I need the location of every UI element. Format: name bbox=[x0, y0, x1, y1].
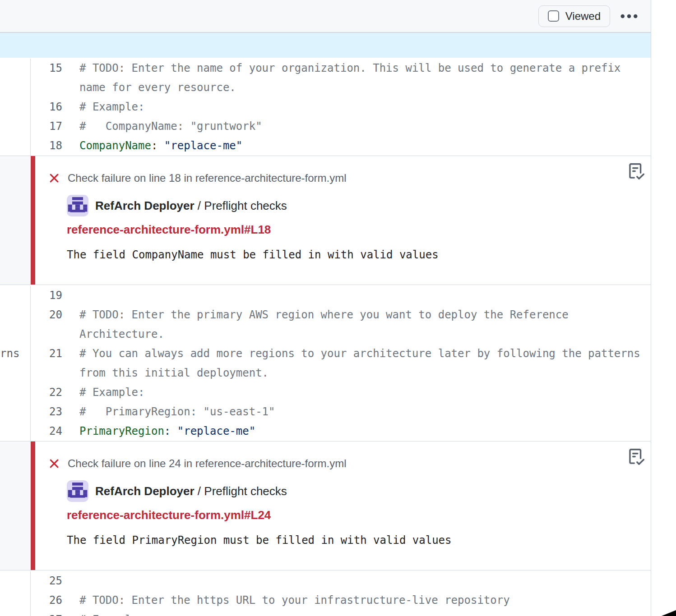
annotation-title: Check failure on line 24 in reference-ar… bbox=[68, 457, 347, 470]
annotation-left-gutter bbox=[0, 441, 31, 570]
code-line-text bbox=[62, 286, 651, 305]
code-line-text: PrimaryRegion: "replace-me" bbox=[62, 422, 651, 441]
file-diff-card: Viewed 15# TODO: Enter the name of your … bbox=[0, 0, 651, 616]
code-line-row: 19 bbox=[0, 286, 651, 305]
diff-left-gutter: rns bbox=[0, 344, 31, 383]
code-line-text: # PrimaryRegion: "us-east-1" bbox=[62, 402, 651, 422]
diff-left-gutter bbox=[0, 383, 31, 402]
code-line-row: 22# Example: bbox=[0, 383, 651, 402]
annotation-header: Check failure on line 18 in reference-ar… bbox=[48, 171, 624, 185]
diff-left-gutter bbox=[0, 59, 31, 97]
file-options-kebab-button[interactable] bbox=[619, 6, 639, 26]
diff-left-gutter bbox=[0, 305, 31, 344]
line-number[interactable]: 16 bbox=[31, 97, 62, 117]
refarch-deployer-avatar bbox=[67, 195, 88, 216]
code-line-text: CompanyName: "replace-me" bbox=[62, 136, 651, 156]
code-line-row: 18CompanyName: "replace-me" bbox=[0, 136, 651, 156]
annotation-app-row: RefArch Deployer / Preflight checks bbox=[67, 195, 624, 216]
code-segment-punct: : bbox=[164, 425, 171, 437]
line-number[interactable]: 20 bbox=[31, 305, 62, 344]
diff-left-gutter bbox=[0, 136, 31, 156]
line-number[interactable]: 17 bbox=[31, 117, 62, 136]
kebab-horizontal-icon bbox=[620, 14, 638, 19]
code-line-text: # You can always add more regions to you… bbox=[62, 344, 651, 383]
code-line-text: # TODO: Enter the https URL to your infr… bbox=[62, 591, 651, 610]
code-hunk: 15# TODO: Enter the name of your organiz… bbox=[0, 58, 651, 156]
viewed-label: Viewed bbox=[565, 10, 601, 23]
x-icon bbox=[48, 172, 60, 184]
diff-file-header: Viewed bbox=[0, 0, 651, 33]
diff-left-gutter bbox=[0, 286, 31, 305]
annotation-left-gutter bbox=[0, 156, 31, 285]
pr-files-changed-view: Viewed 15# TODO: Enter the name of your … bbox=[0, 0, 676, 616]
code-segment-string: "replace-me" bbox=[171, 425, 255, 437]
code-line-text bbox=[62, 571, 651, 591]
code-segment-comment: # TODO: Enter the https URL to your infr… bbox=[79, 594, 510, 607]
annotation-file-line-link[interactable]: reference-architecture-form.yml#L24 bbox=[67, 508, 271, 522]
code-segment-comment: # Example: bbox=[79, 101, 145, 113]
annotation-file-line-link[interactable]: reference-architecture-form.yml#L18 bbox=[67, 223, 271, 236]
code-segment-string: "replace-me" bbox=[157, 139, 242, 152]
code-hunk: 1920# TODO: Enter the primary AWS region… bbox=[0, 285, 651, 441]
code-segment-comment: # TODO: Enter the name of your organizat… bbox=[79, 62, 620, 94]
annotation-action-button[interactable] bbox=[628, 163, 644, 179]
code-hunk: 2526# TODO: Enter the https URL to your … bbox=[0, 570, 651, 616]
app-name-and-check: RefArch Deployer / Preflight checks bbox=[95, 484, 287, 498]
status-icon-wrap bbox=[48, 172, 60, 184]
code-line-row: 25 bbox=[0, 571, 651, 591]
line-number[interactable]: 27 bbox=[31, 610, 62, 616]
diff-left-gutter bbox=[0, 591, 31, 610]
diff-left-gutter bbox=[0, 610, 31, 616]
annotation-message: The field PrimaryRegion must be filled i… bbox=[67, 533, 624, 547]
line-number[interactable]: 22 bbox=[31, 383, 62, 402]
code-segment-key: CompanyName bbox=[79, 139, 151, 152]
code-segment-key: PrimaryRegion bbox=[79, 425, 164, 437]
code-line-text: # TODO: Enter the name of your organizat… bbox=[62, 59, 651, 97]
diff-left-gutter bbox=[0, 97, 31, 117]
line-number[interactable]: 24 bbox=[31, 422, 62, 441]
code-line-text: # CompanyName: "gruntwork" bbox=[62, 117, 651, 136]
code-line-row: 17# CompanyName: "gruntwork" bbox=[0, 117, 651, 136]
code-line-text: # Example: bbox=[62, 610, 651, 616]
code-line-row: 20# TODO: Enter the primary AWS region w… bbox=[0, 305, 651, 344]
check-annotation-row: Check failure on line 18 in reference-ar… bbox=[0, 156, 651, 285]
diff-body: 15# TODO: Enter the name of your organiz… bbox=[0, 58, 651, 616]
line-number[interactable]: 25 bbox=[31, 571, 62, 591]
check-annotation-box: Check failure on line 18 in reference-ar… bbox=[31, 156, 651, 285]
code-segment-comment: # PrimaryRegion: "us-east-1" bbox=[79, 405, 275, 418]
check-context: / Preflight checks bbox=[194, 199, 287, 212]
check-annotation-box: Check failure on line 24 in reference-ar… bbox=[31, 441, 651, 570]
diff-left-gutter bbox=[0, 117, 31, 136]
line-number[interactable]: 23 bbox=[31, 402, 62, 422]
line-number[interactable]: 21 bbox=[31, 344, 62, 383]
diff-left-gutter bbox=[0, 571, 31, 591]
code-line-row: 26# TODO: Enter the https URL to your in… bbox=[0, 591, 651, 610]
app-avatar bbox=[67, 480, 88, 502]
code-segment-comment: # TODO: Enter the primary AWS region whe… bbox=[79, 308, 569, 340]
viewed-checkbox[interactable] bbox=[548, 10, 559, 22]
line-number[interactable]: 18 bbox=[31, 136, 62, 156]
check-annotation-row: Check failure on line 24 in reference-ar… bbox=[0, 441, 651, 570]
code-line-text: # Example: bbox=[62, 97, 651, 117]
annotation-message: The field CompanyName must be filled in … bbox=[67, 248, 624, 262]
code-segment-punct: : bbox=[151, 139, 157, 152]
annotation-app-row: RefArch Deployer / Preflight checks bbox=[67, 480, 624, 502]
app-avatar bbox=[67, 195, 88, 216]
annotation-action-button[interactable] bbox=[628, 449, 644, 465]
check-context: / Preflight checks bbox=[194, 484, 287, 498]
checklist-icon bbox=[628, 163, 644, 179]
line-number[interactable]: 26 bbox=[31, 591, 62, 610]
viewed-toggle-button[interactable]: Viewed bbox=[538, 5, 610, 27]
code-line-row: 16# Example: bbox=[0, 97, 651, 117]
code-line-row: 27# Example: bbox=[0, 610, 651, 616]
annotation-title: Check failure on line 18 in reference-ar… bbox=[68, 171, 347, 185]
annotation-header: Check failure on line 24 in reference-ar… bbox=[48, 457, 624, 470]
code-segment-comment: # CompanyName: "gruntwork" bbox=[79, 120, 262, 133]
left-pane-overflow-text: rns bbox=[0, 344, 19, 363]
code-line-row: 23# PrimaryRegion: "us-east-1" bbox=[0, 402, 651, 422]
line-number[interactable]: 19 bbox=[31, 286, 62, 305]
line-number[interactable]: 15 bbox=[31, 59, 62, 97]
app-name-and-check: RefArch Deployer / Preflight checks bbox=[95, 199, 287, 212]
checklist-icon bbox=[628, 449, 644, 465]
app-name: RefArch Deployer bbox=[95, 484, 194, 498]
